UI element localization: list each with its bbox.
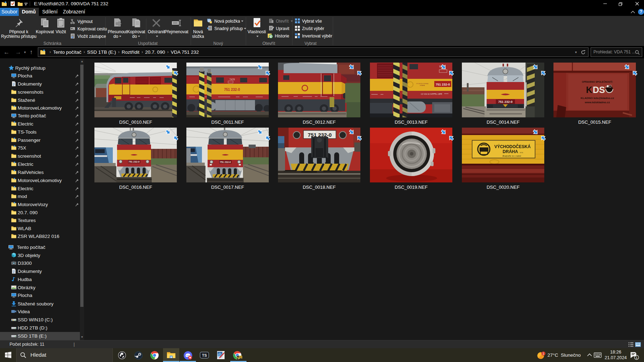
svg-text:Rozjeďte to s námi: Rozjeďte to s námi bbox=[502, 154, 521, 157]
svg-text:751 232-0: 751 232-0 bbox=[224, 88, 240, 92]
svg-text:CZ VDA 92 54 2 751 232-0: CZ VDA 92 54 2 751 232-0 bbox=[421, 93, 442, 95]
svg-text:751 232-0: 751 232-0 bbox=[220, 161, 231, 163]
svg-text:751 232-0: 751 232-0 bbox=[498, 100, 513, 104]
svg-text:s.r.o.: s.r.o. bbox=[520, 152, 523, 153]
svg-text:TS: TS bbox=[202, 353, 207, 357]
svg-text:DRÁHA: DRÁHA bbox=[503, 149, 518, 154]
svg-text:OPRAVENO SPOLEČNOSTÍ:: OPRAVENO SPOLEČNOSTÍ: bbox=[582, 80, 613, 83]
svg-text:751 232-0: 751 232-0 bbox=[128, 160, 140, 163]
svg-text:1: 1 bbox=[543, 352, 544, 355]
svg-text:K: K bbox=[586, 85, 592, 95]
svg-text:KLADNO kds@kladno.cz: KLADNO kds@kladno.cz bbox=[581, 97, 614, 100]
svg-text:DRAHA: DRAHA bbox=[420, 84, 425, 86]
svg-text:kds: kds bbox=[605, 86, 607, 88]
svg-text:1: 1 bbox=[636, 356, 637, 360]
svg-text:DS: DS bbox=[593, 85, 605, 95]
svg-text:VÝCHODOČESKÁ: VÝCHODOČESKÁ bbox=[494, 144, 531, 149]
svg-text:www.kdskladno.cz: www.kdskladno.cz bbox=[585, 101, 610, 104]
svg-text:T478: T478 bbox=[230, 78, 235, 81]
svg-text:w: w bbox=[73, 28, 75, 30]
svg-text:751 232-0: 751 232-0 bbox=[436, 83, 450, 86]
